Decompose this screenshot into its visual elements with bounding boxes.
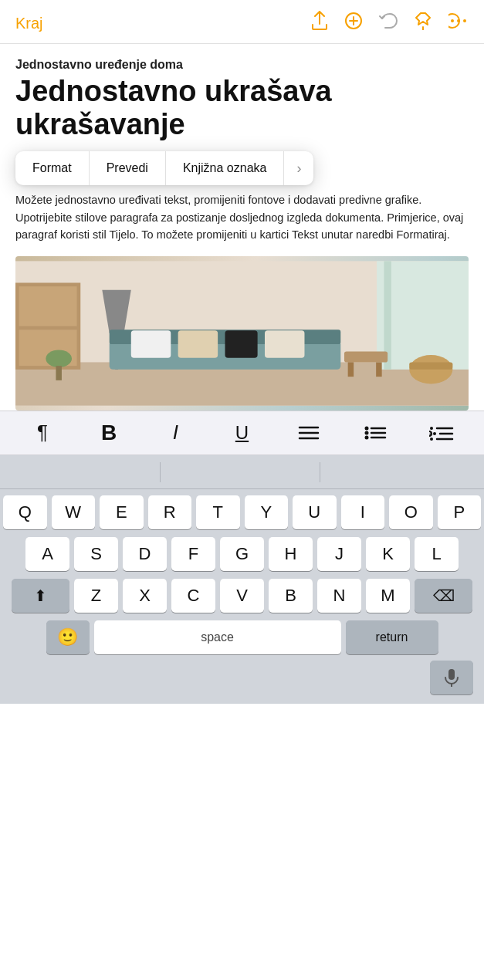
- context-menu-prevedi[interactable]: Prevedi: [90, 151, 166, 185]
- more-button[interactable]: [448, 12, 469, 34]
- suggestion-divider-right: [320, 462, 320, 482]
- svg-point-32: [364, 435, 368, 439]
- suggestion-divider-left: [160, 462, 161, 482]
- key-A[interactable]: A: [25, 537, 69, 571]
- key-R[interactable]: R: [148, 495, 192, 529]
- svg-rect-19: [265, 330, 304, 358]
- key-B[interactable]: B: [269, 579, 313, 613]
- key-K[interactable]: K: [366, 537, 410, 571]
- bold-btn[interactable]: B: [93, 419, 124, 447]
- body-text: Možete jednostavno uređivati tekst, prom…: [15, 191, 469, 243]
- key-H[interactable]: H: [269, 537, 313, 571]
- list-btn[interactable]: [360, 419, 391, 447]
- svg-point-1: [451, 19, 454, 22]
- key-N[interactable]: N: [317, 579, 361, 613]
- share-button[interactable]: [311, 11, 328, 35]
- top-bar-icons: [311, 11, 469, 35]
- subtitle-normal: Jednostavno: [15, 58, 95, 71]
- keyboard-rows: Q W E R T Y U I O P A S D F G H J K L ⬆ …: [0, 489, 484, 704]
- key-X[interactable]: X: [123, 579, 167, 613]
- key-T[interactable]: T: [196, 495, 240, 529]
- svg-rect-21: [348, 362, 354, 377]
- indent-btn[interactable]: +: [426, 419, 457, 447]
- key-V[interactable]: V: [220, 579, 264, 613]
- keyboard-area: Q W E R T Y U I O P A S D F G H J K L ⬆ …: [0, 455, 484, 704]
- emoji-key[interactable]: 🙂: [46, 620, 90, 654]
- key-U[interactable]: U: [293, 495, 337, 529]
- svg-point-3: [463, 19, 466, 22]
- svg-rect-26: [56, 366, 61, 380]
- svg-text:+: +: [429, 430, 433, 438]
- key-M[interactable]: M: [366, 579, 410, 613]
- key-L[interactable]: L: [415, 537, 459, 571]
- key-Z[interactable]: Z: [74, 579, 118, 613]
- underline-btn[interactable]: U: [226, 419, 257, 447]
- subtitle-line: Jednostavno uređenje doma: [15, 58, 469, 72]
- key-row-3: ⬆ Z X C V B N M ⌫: [3, 579, 481, 613]
- key-D[interactable]: D: [123, 537, 167, 571]
- context-menu: Format Prevedi Knjižna oznaka ›: [15, 151, 313, 185]
- key-C[interactable]: C: [171, 579, 215, 613]
- key-row-2: A S D F G H J K L: [3, 537, 481, 571]
- italic-btn[interactable]: I: [160, 419, 191, 447]
- align-btn[interactable]: [293, 419, 324, 447]
- svg-rect-16: [131, 330, 171, 358]
- return-key[interactable]: return: [346, 620, 438, 654]
- key-S[interactable]: S: [74, 537, 118, 571]
- space-key[interactable]: space: [94, 620, 341, 654]
- undo-button[interactable]: [379, 12, 398, 34]
- context-menu-format[interactable]: Format: [15, 151, 90, 185]
- shift-key[interactable]: ⬆: [12, 579, 69, 613]
- svg-rect-24: [409, 362, 452, 369]
- content-image: [15, 256, 469, 411]
- kraj-button[interactable]: Kraj: [15, 15, 43, 32]
- key-Y[interactable]: Y: [245, 495, 289, 529]
- key-I[interactable]: I: [341, 495, 385, 529]
- pin-button[interactable]: [415, 12, 432, 35]
- paragraph-style-btn[interactable]: ¶: [27, 419, 58, 447]
- svg-point-25: [46, 350, 72, 367]
- key-E[interactable]: E: [100, 495, 144, 529]
- top-bar: Kraj: [0, 0, 484, 44]
- key-J[interactable]: J: [317, 537, 361, 571]
- mic-row: [3, 659, 481, 701]
- format-toolbar: ¶ B I U +: [0, 411, 484, 455]
- context-menu-wrapper: Format Prevedi Knjižna oznaka ›: [15, 151, 469, 185]
- key-G[interactable]: G: [220, 537, 264, 571]
- svg-rect-17: [178, 330, 218, 358]
- svg-rect-10: [19, 286, 77, 326]
- key-O[interactable]: O: [389, 495, 433, 529]
- key-F[interactable]: F: [171, 537, 215, 571]
- svg-point-31: [364, 431, 368, 434]
- svg-rect-18: [225, 330, 257, 358]
- key-row-1: Q W E R T Y U I O P: [3, 495, 481, 529]
- content-area: Jednostavno uređenje doma Jednostavno uk…: [0, 44, 484, 411]
- svg-rect-22: [376, 362, 381, 377]
- svg-point-38: [433, 432, 436, 435]
- add-button[interactable]: [345, 12, 362, 34]
- delete-key[interactable]: ⌫: [415, 579, 472, 613]
- key-Q[interactable]: Q: [3, 495, 47, 529]
- svg-rect-20: [344, 351, 388, 362]
- main-title: Jednostavno ukrašava ukrašavanje: [15, 75, 469, 140]
- svg-rect-44: [448, 669, 455, 680]
- bottom-row: 🙂 space return: [3, 620, 481, 654]
- suggestion-bar: [0, 455, 484, 489]
- key-W[interactable]: W: [52, 495, 96, 529]
- svg-point-30: [364, 426, 368, 430]
- mic-key[interactable]: [430, 661, 473, 694]
- key-P[interactable]: P: [438, 495, 482, 529]
- context-menu-knjizna[interactable]: Knjižna oznaka: [166, 151, 285, 185]
- subtitle-bold: uređenje doma: [95, 58, 183, 71]
- context-menu-more-arrow[interactable]: ›: [284, 151, 313, 185]
- top-bar-left: Kraj: [15, 15, 43, 32]
